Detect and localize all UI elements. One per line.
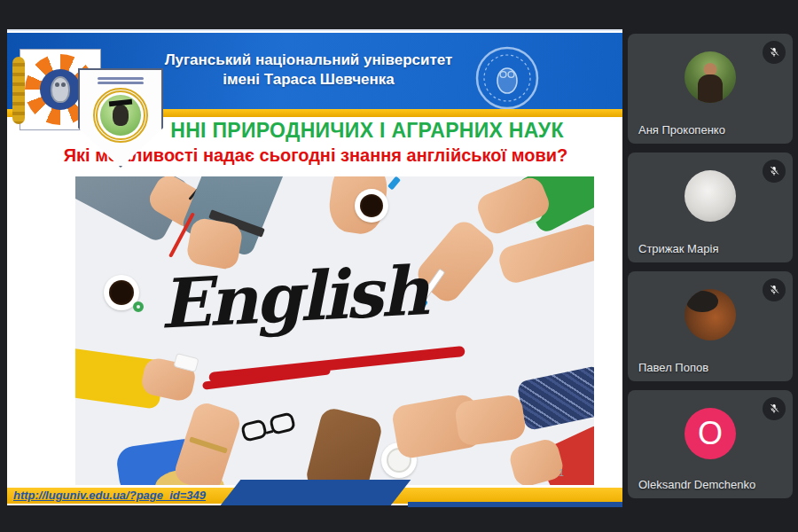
coffee-cup-left <box>104 275 139 310</box>
participant-name: Аня Прокопенко <box>638 123 725 137</box>
slide-photo: English <box>75 176 594 485</box>
university-seal-icon <box>474 45 540 111</box>
avatar <box>685 170 736 222</box>
participant-tile[interactable]: Аня Прокопенко <box>628 34 793 144</box>
participant-name: Oleksandr Demchenko <box>638 478 755 491</box>
owl-icon <box>51 76 70 103</box>
mic-muted-icon <box>763 397 786 420</box>
eyeglasses <box>240 411 297 446</box>
sleeve-plaid <box>516 365 594 432</box>
flower-core <box>40 69 81 110</box>
hand-dark-skin <box>304 406 384 485</box>
avatar-initial: O <box>698 415 723 452</box>
page-number: 1 <box>559 467 564 478</box>
lens <box>240 419 268 442</box>
mic-muted-icon <box>763 41 786 64</box>
laurel-fringe <box>12 57 25 124</box>
shield-center <box>100 95 141 136</box>
institute-title: ННІ ПРИРОДНИЧИХ І АГРАРНИХ НАУК <box>122 119 612 143</box>
shield-caption-lines <box>92 75 149 86</box>
coffee-cup-top <box>355 189 388 223</box>
avatar <box>685 289 736 340</box>
mic-muted-icon <box>763 160 786 183</box>
cup-handle <box>133 301 144 312</box>
graduate-owl-icon <box>113 105 129 126</box>
footer-blue-strip <box>408 502 622 507</box>
participants-panel: Аня Прокопенко Стрижак Марія Павел Попов… <box>628 34 793 507</box>
participant-tile[interactable]: Стрижак Марія <box>628 153 793 262</box>
mic-muted-icon <box>763 278 786 301</box>
participant-name: Стрижак Марія <box>638 242 718 255</box>
shared-slide: Луганський національний університет імен… <box>7 29 622 505</box>
university-title: Луганський національний університет імен… <box>140 51 477 90</box>
coffee <box>360 194 383 217</box>
pen-cap-blue <box>387 176 401 190</box>
footer-blue-parallelogram <box>221 480 411 505</box>
avatar <box>685 51 736 103</box>
hand-shape <box>454 394 527 447</box>
footer-url: http://luguniv.edu.ua/?page_id=349 <box>13 489 206 502</box>
participant-tile[interactable]: Павел Попов <box>628 271 793 381</box>
avatar: O <box>685 408 736 459</box>
lens <box>269 411 296 435</box>
laurel-wreath <box>93 88 148 143</box>
participant-tile[interactable]: O Oleksandr Demchenko <box>628 390 793 498</box>
coffee <box>109 280 134 305</box>
participant-name: Павел Попов <box>638 361 708 374</box>
english-word: English <box>158 251 428 344</box>
university-title-line1: Луганський національний університет <box>140 51 477 70</box>
university-title-line2: імені Тараса Шевченка <box>140 70 477 90</box>
